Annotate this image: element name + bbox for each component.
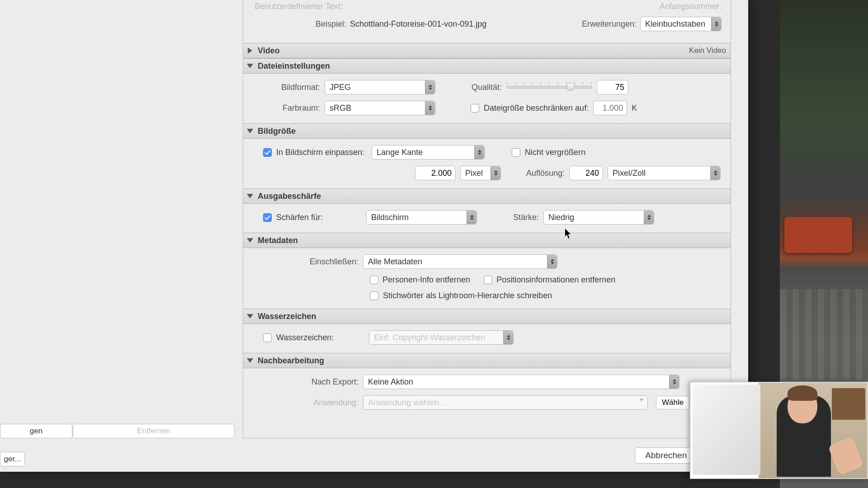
sharpen-amount-select[interactable]: Niedrig	[543, 210, 654, 225]
no-enlarge-checkbox[interactable]	[512, 148, 520, 157]
stepper-icon	[474, 145, 484, 159]
section-sharpen-header[interactable]: Ausgabeschärfe	[243, 188, 731, 204]
remove-person-checkbox[interactable]	[370, 276, 378, 284]
watermark-checkbox[interactable]	[263, 333, 272, 342]
stepper-icon	[503, 331, 513, 344]
cancel-button[interactable]: Abbrechen	[635, 447, 697, 464]
image-format-value: JPEG	[330, 83, 351, 92]
color-space-select[interactable]: sRGB	[325, 101, 435, 115]
disclosure-triangle-icon	[247, 238, 253, 243]
fit-select[interactable]: Lange Kante	[372, 145, 485, 160]
export-dialog: gen Entfernen ger... Benutzerdefinierter…	[0, 0, 748, 472]
plugin-manager-button[interactable]: ger...	[0, 452, 25, 466]
fit-checkbox[interactable]	[263, 148, 272, 157]
chevron-down-icon	[639, 399, 644, 402]
stepper-icon	[547, 255, 557, 268]
include-label: Einschließen:	[252, 257, 359, 267]
preset-add-button[interactable]: gen	[0, 424, 72, 438]
section-watermark-title: Wasserzeichen	[258, 312, 316, 321]
remove-person-label: Personen-Info entfernen	[382, 275, 470, 285]
include-value: Alle Metadaten	[368, 257, 422, 267]
section-sharpen-body: Schärfen für: Bildschirm Stärke: Niedrig	[243, 204, 731, 233]
limit-size-label: Dateigröße beschränken auf:	[484, 103, 589, 113]
preset-column: gen Entfernen ger...	[0, 0, 235, 472]
disclosure-triangle-icon	[247, 194, 253, 198]
limit-size-input[interactable]	[593, 101, 627, 115]
settings-column: Benutzerdefinierter Text: Anfangsnummer:…	[243, 0, 731, 438]
extensions-label: Erweiterungen:	[582, 19, 637, 29]
section-size-title: Bildgröße	[258, 127, 296, 136]
stepper-icon	[467, 211, 476, 224]
watermark-label: Wasserzeichen:	[276, 333, 334, 343]
section-metadata-body: Einschließen: Alle Metadaten Personen-In…	[243, 248, 731, 309]
application-select[interactable]: Anwendung wählen...	[363, 395, 648, 410]
section-metadata-header[interactable]: Metadaten	[243, 233, 731, 248]
stepper-icon	[425, 80, 435, 94]
resolution-input[interactable]	[569, 166, 603, 180]
video-status: Kein Video	[689, 46, 726, 55]
section-postprocess-header[interactable]: Nachbearbeitung	[243, 353, 731, 368]
disclosure-triangle-icon	[247, 314, 253, 319]
section-video-title: Video	[258, 46, 280, 56]
section-postprocess-body: Nach Export: Keine Aktion Anwendung: Anw…	[243, 368, 731, 418]
remove-location-checkbox[interactable]	[484, 276, 492, 284]
section-file-body: Bildformat: JPEG Qualität: Farbraum: sRG…	[243, 74, 731, 123]
quality-slider[interactable]	[506, 86, 592, 89]
remove-location-label: Positionsinformationen entfernen	[496, 275, 615, 285]
section-metadata-title: Metadaten	[258, 236, 298, 245]
after-export-select[interactable]: Keine Aktion	[363, 375, 679, 389]
stepper-icon	[644, 211, 654, 224]
webcam-overlay	[690, 382, 868, 479]
section-file-header[interactable]: Dateieinstellungen	[243, 58, 731, 74]
section-video-header[interactable]: Video Kein Video	[243, 43, 731, 58]
sharpen-for-select[interactable]: Bildschirm	[366, 210, 477, 225]
section-postprocess-title: Nachbearbeitung	[258, 356, 324, 366]
quality-label: Qualität:	[472, 83, 502, 92]
watermark-select[interactable]: Einf. Copyright-Wasserzeichen	[369, 330, 514, 345]
limit-size-unit: K	[632, 103, 637, 113]
no-enlarge-label: Nicht vergrößern	[525, 148, 585, 157]
extensions-value: Kleinbuchstaben	[645, 19, 705, 29]
stepper-icon	[669, 375, 679, 389]
stepper-icon	[425, 101, 435, 115]
extensions-select[interactable]: Kleinbuchstaben	[640, 17, 722, 31]
resolution-unit-value: Pixel/Zoll	[613, 169, 646, 178]
dimension-unit-value: Pixel	[465, 169, 483, 178]
fit-label: In Bildschirm einpassen:	[276, 148, 364, 157]
fit-value: Lange Kante	[377, 148, 423, 157]
custom-text-label: Benutzerdefinierter Text:	[252, 2, 343, 11]
example-filename: Schottland-Fotoreise-001-von-091.jpg	[350, 19, 486, 29]
disclosure-triangle-icon	[248, 47, 252, 54]
keywords-hierarchy-checkbox[interactable]	[370, 291, 378, 300]
disclosure-triangle-icon	[247, 358, 253, 363]
sharpen-checkbox[interactable]	[263, 213, 272, 222]
dimension-input[interactable]	[415, 166, 456, 180]
application-placeholder: Anwendung wählen...	[368, 398, 446, 408]
section-file-title: Dateieinstellungen	[258, 61, 330, 71]
after-export-label: Nach Export:	[252, 377, 359, 387]
section-size-body: In Bildschirm einpassen: Lange Kante Nic…	[243, 139, 731, 188]
image-format-select[interactable]: JPEG	[325, 80, 435, 94]
after-export-value: Keine Aktion	[368, 377, 413, 387]
preset-remove-button[interactable]: Entfernen	[73, 424, 235, 438]
resolution-label: Auflösung:	[526, 169, 565, 178]
keywords-hierarchy-label: Stichwörter als Lightroom-Hierarchie sch…	[383, 291, 552, 300]
sharpen-amount-value: Niedrig	[548, 213, 574, 222]
stepper-icon	[491, 166, 500, 180]
section-size-header[interactable]: Bildgröße	[243, 123, 731, 139]
section-watermark-header[interactable]: Wasserzeichen	[243, 309, 731, 324]
watermark-value: Einf. Copyright-Wasserzeichen	[374, 333, 485, 343]
sharpen-for-value: Bildschirm	[371, 213, 409, 222]
limit-size-checkbox[interactable]	[471, 104, 479, 113]
choose-app-button[interactable]: Wähle	[656, 396, 689, 409]
include-select[interactable]: Alle Metadaten	[363, 254, 557, 269]
disclosure-triangle-icon	[247, 64, 253, 68]
dimension-unit-select[interactable]: Pixel	[460, 166, 501, 180]
resolution-unit-select[interactable]: Pixel/Zoll	[608, 166, 721, 180]
sharpen-amount-label: Stärke:	[513, 213, 539, 222]
quality-input[interactable]	[597, 80, 628, 94]
stepper-icon	[711, 17, 721, 31]
slider-thumb[interactable]	[566, 83, 575, 91]
file-naming-section-body: Benutzerdefinierter Text: Anfangsnummer:…	[243, 0, 731, 43]
disclosure-triangle-icon	[247, 129, 253, 133]
